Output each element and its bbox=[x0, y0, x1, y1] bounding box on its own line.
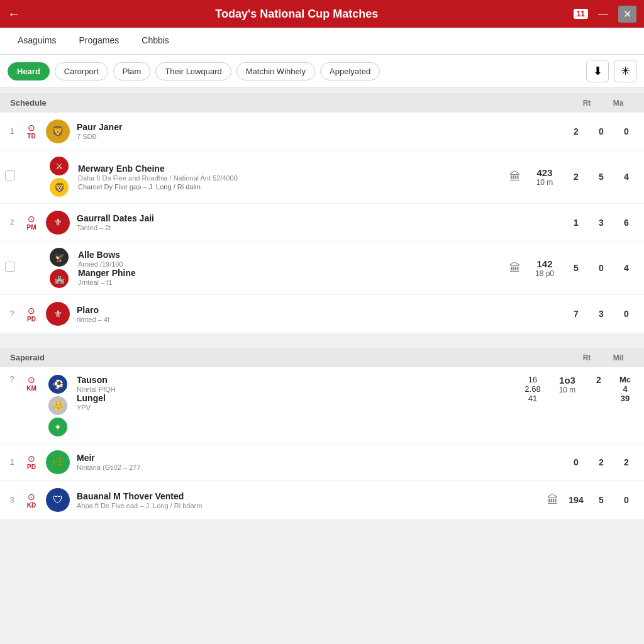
close-button[interactable]: ✕ bbox=[618, 6, 636, 23]
match-time-big: 142 bbox=[526, 258, 564, 269]
table-row[interactable]: 2 ⊙ PM ⚜ Gaurrall Dates Jaii Tanted – 2t… bbox=[0, 204, 644, 242]
match-time-sub: 10 m bbox=[548, 386, 586, 394]
match-col1: 5 bbox=[589, 495, 614, 505]
target-icon: ⊙ bbox=[28, 306, 35, 316]
saperaid-header: Saperaid Rt Mil bbox=[0, 348, 644, 367]
match-col1: 2 bbox=[589, 457, 614, 467]
match-sub-2: YPV bbox=[77, 404, 512, 411]
match-col1: 5 bbox=[589, 172, 614, 182]
tab-asaguims[interactable]: Asaguims bbox=[6, 28, 67, 54]
match-col1: 3 bbox=[589, 218, 614, 228]
badge-code: TD bbox=[27, 133, 35, 140]
badge-code: PD bbox=[27, 464, 36, 470]
schedule-col-rt: Rt bbox=[571, 99, 602, 108]
row-index: 2 bbox=[5, 218, 19, 227]
match-rt: 2 bbox=[564, 126, 589, 136]
team-logos: ⚔ 🦁 bbox=[45, 157, 73, 197]
match-name: Alle Bows bbox=[78, 250, 499, 260]
titlebar: ← Today's National Cup Matches 11 — ✕ bbox=[0, 0, 644, 28]
val3: 41 bbox=[528, 394, 537, 403]
checkbox[interactable] bbox=[5, 170, 15, 180]
match-time-sub: 10 m bbox=[526, 178, 564, 187]
team-logo: 🛡 bbox=[46, 488, 70, 512]
bottle-icon: 🏛 bbox=[509, 262, 521, 275]
match-col-rt: 5 bbox=[564, 263, 589, 273]
tab-chbbis[interactable]: Chbbis bbox=[130, 28, 180, 54]
table-row[interactable]: 🦅 🏰 Alle Bows Arnied /19/100 Manger Phin… bbox=[0, 242, 644, 295]
tab-progames[interactable]: Progames bbox=[67, 28, 130, 54]
team-logo: ⚜ bbox=[46, 211, 70, 235]
match-name: Merwary Enb Cheine bbox=[78, 164, 499, 174]
page-title: Today's National Cup Matches bbox=[20, 8, 574, 21]
table-row[interactable]: 3 ⊙ KD 🛡 Bauanal M Thover Vented Ahpa ft… bbox=[0, 481, 644, 519]
match-time: 423 10 m bbox=[526, 167, 564, 187]
notification-badge: 11 bbox=[574, 9, 588, 19]
match-name: Paur Janer bbox=[77, 122, 558, 132]
row-index: ? bbox=[5, 375, 19, 384]
team-logos: 🌿 bbox=[44, 450, 72, 474]
target-icon: ⊙ bbox=[28, 492, 35, 502]
team-logo-1: ⚽ bbox=[48, 375, 67, 394]
match-time: 142 18 p0 bbox=[526, 258, 564, 278]
match-time-big: 1o3 bbox=[548, 375, 586, 386]
target-icon: ⊙ bbox=[28, 453, 35, 464]
filter-heard[interactable]: Heard bbox=[8, 62, 50, 80]
match-col2: 4 bbox=[614, 263, 639, 273]
match-col2: 4 bbox=[614, 172, 639, 182]
match-time-big: 423 bbox=[526, 167, 564, 178]
row-indicator: ⊙ KD bbox=[19, 492, 44, 509]
table-row[interactable]: ? ⊙ PD ⚜ Plaro rimted – 4t 7 3 0 bbox=[0, 295, 644, 333]
row-indicator: ⊙ PD bbox=[19, 453, 44, 470]
table-row[interactable]: ? ⊙ KM ⚽ 👑 ✦ Tauson Ninrtal PfQH Lungel … bbox=[0, 367, 644, 443]
match-info: Paur Janer 7 SDB bbox=[72, 122, 564, 140]
match-sub: Nintaria (Gti02 – 277 bbox=[77, 464, 558, 471]
schedule-header: Schedule Rt Ma bbox=[0, 93, 644, 113]
schedule-col-ma: Ma bbox=[602, 99, 634, 108]
checkbox[interactable] bbox=[5, 262, 15, 272]
saperaid-col-mil: Mil bbox=[602, 353, 634, 362]
match-name: Gaurrall Dates Jaii bbox=[77, 213, 558, 223]
badge-code: KM bbox=[26, 385, 36, 392]
match-name-2: Lungel bbox=[77, 393, 512, 403]
match-sub: rimted – 4t bbox=[77, 316, 558, 323]
filter-appelyated[interactable]: Appelyated bbox=[320, 62, 380, 80]
saperaid-col-rt: Rt bbox=[571, 353, 602, 362]
mil-mid: 4 bbox=[623, 384, 627, 394]
match-info: Alle Bows Arnied /19/100 Manger Phine Jr… bbox=[73, 250, 504, 286]
team-logos: ⚽ 👑 ✦ bbox=[44, 375, 72, 436]
table-row[interactable]: 1 ⊙ TD 🦁 Paur Janer 7 SDB 2 0 0 bbox=[0, 113, 644, 150]
row-indicator: ⊙ PD bbox=[19, 306, 44, 323]
bottle-icon: 🏛 bbox=[509, 170, 521, 184]
table-row[interactable]: 1 ⊙ PD 🌿 Meir Nintaria (Gti02 – 277 0 2 … bbox=[0, 443, 644, 481]
match-col1: 0 bbox=[589, 126, 614, 136]
filter-plam[interactable]: Plam bbox=[113, 62, 151, 80]
mil-top: Mc bbox=[619, 375, 631, 384]
badge-code: KD bbox=[27, 502, 36, 509]
match-name: Meir bbox=[77, 453, 558, 463]
match-name: Tauson bbox=[77, 375, 512, 385]
team-logos: 🦁 bbox=[44, 119, 72, 143]
match-rt: 1 bbox=[564, 218, 589, 228]
table-row[interactable]: ⚔ 🦁 Merwary Enb Cheine Daha ft Da Flee a… bbox=[0, 150, 644, 204]
match-info: Bauanal M Thover Vented Ahpa ft De Five … bbox=[72, 491, 542, 509]
window-controls: 11 — ✕ bbox=[574, 6, 636, 23]
match-col2: 0 bbox=[614, 309, 639, 319]
schedule-label: Schedule bbox=[10, 98, 571, 108]
team-logos: ⚜ bbox=[44, 211, 72, 235]
match-rt: 2 bbox=[586, 375, 611, 385]
filter-their-lowquard[interactable]: Their Lowquard bbox=[155, 62, 231, 80]
settings-button[interactable]: ✳ bbox=[614, 60, 636, 82]
match-time: 1o3 10 m bbox=[548, 375, 586, 394]
filter-matchin-wihhely[interactable]: Matchin Wihhely bbox=[236, 62, 315, 80]
match-col2: 0 bbox=[614, 495, 639, 505]
back-button[interactable]: ← bbox=[8, 7, 20, 21]
mil-bot: 39 bbox=[621, 394, 630, 403]
row-index: ? bbox=[5, 309, 19, 318]
download-button[interactable]: ⬇ bbox=[586, 60, 609, 82]
filter-carorport[interactable]: Carorport bbox=[55, 62, 108, 80]
saperaid-table: Saperaid Rt Mil ? ⊙ KM ⚽ 👑 ✦ Tauson Ninr… bbox=[0, 348, 644, 519]
val1: 16 bbox=[528, 375, 537, 384]
minimize-button[interactable]: — bbox=[593, 6, 613, 22]
filter-bar: Heard Carorport Plam Their Lowquard Matc… bbox=[0, 55, 644, 88]
row-index: 1 bbox=[5, 458, 19, 467]
